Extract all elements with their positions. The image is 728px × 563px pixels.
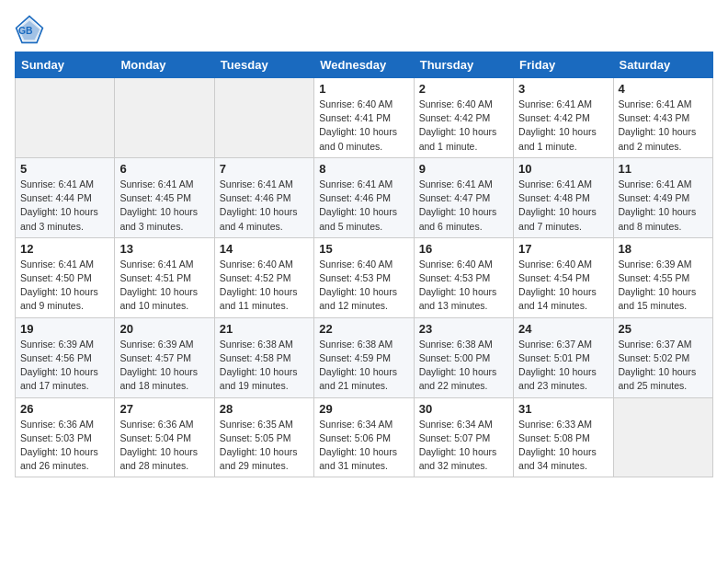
calendar-cell: 9Sunrise: 6:41 AMSunset: 4:47 PMDaylight… — [414, 157, 513, 237]
day-info: Sunrise: 6:38 AMSunset: 5:00 PMDaylight:… — [419, 338, 508, 394]
calendar-cell — [214, 78, 313, 158]
calendar-cell: 13Sunrise: 6:41 AMSunset: 4:51 PMDayligh… — [115, 237, 214, 317]
day-number: 22 — [319, 322, 408, 336]
day-info: Sunrise: 6:41 AMSunset: 4:47 PMDaylight:… — [419, 178, 508, 234]
day-info: Sunrise: 6:35 AMSunset: 5:05 PMDaylight:… — [220, 418, 309, 474]
day-info: Sunrise: 6:40 AMSunset: 4:53 PMDaylight:… — [419, 258, 508, 314]
day-number: 12 — [20, 242, 109, 256]
weekday-header-sunday: Sunday — [16, 52, 115, 78]
day-info: Sunrise: 6:40 AMSunset: 4:41 PMDaylight:… — [319, 98, 408, 154]
calendar-cell: 25Sunrise: 6:37 AMSunset: 5:02 PMDayligh… — [613, 317, 712, 397]
day-number: 1 — [319, 82, 408, 96]
day-number: 16 — [419, 242, 508, 256]
day-number: 2 — [419, 82, 508, 96]
weekday-header-thursday: Thursday — [414, 52, 513, 78]
calendar-cell: 26Sunrise: 6:36 AMSunset: 5:03 PMDayligh… — [16, 397, 115, 477]
calendar-cell: 17Sunrise: 6:40 AMSunset: 4:54 PMDayligh… — [514, 237, 613, 317]
day-info: Sunrise: 6:40 AMSunset: 4:52 PMDaylight:… — [220, 258, 309, 314]
calendar-week-row: 1Sunrise: 6:40 AMSunset: 4:41 PMDaylight… — [16, 78, 713, 158]
calendar-week-row: 19Sunrise: 6:39 AMSunset: 4:56 PMDayligh… — [16, 317, 713, 397]
calendar-cell: 2Sunrise: 6:40 AMSunset: 4:42 PMDaylight… — [414, 78, 513, 158]
day-info: Sunrise: 6:41 AMSunset: 4:48 PMDaylight:… — [518, 178, 608, 234]
calendar-cell: 28Sunrise: 6:35 AMSunset: 5:05 PMDayligh… — [214, 397, 313, 477]
calendar-cell: 14Sunrise: 6:40 AMSunset: 4:52 PMDayligh… — [214, 237, 313, 317]
calendar-cell: 24Sunrise: 6:37 AMSunset: 5:01 PMDayligh… — [514, 317, 613, 397]
calendar-cell: 15Sunrise: 6:40 AMSunset: 4:53 PMDayligh… — [314, 237, 414, 317]
day-info: Sunrise: 6:41 AMSunset: 4:45 PMDaylight:… — [119, 178, 209, 234]
day-number: 20 — [119, 322, 209, 336]
day-info: Sunrise: 6:34 AMSunset: 5:06 PMDaylight:… — [319, 418, 408, 474]
day-number: 6 — [119, 162, 209, 176]
day-number: 27 — [119, 402, 209, 416]
day-info: Sunrise: 6:40 AMSunset: 4:42 PMDaylight:… — [419, 98, 508, 154]
day-number: 30 — [419, 402, 508, 416]
day-number: 21 — [220, 322, 309, 336]
day-info: Sunrise: 6:38 AMSunset: 4:58 PMDaylight:… — [220, 338, 309, 394]
day-info: Sunrise: 6:41 AMSunset: 4:43 PMDaylight:… — [619, 98, 708, 154]
page-header: GB — [15, 15, 713, 44]
day-info: Sunrise: 6:36 AMSunset: 5:04 PMDaylight:… — [119, 418, 209, 474]
calendar-cell — [115, 78, 214, 158]
logo-icon: GB — [15, 15, 44, 44]
weekday-header-tuesday: Tuesday — [214, 52, 313, 78]
day-number: 8 — [319, 162, 408, 176]
day-info: Sunrise: 6:41 AMSunset: 4:49 PMDaylight:… — [619, 178, 708, 234]
day-number: 17 — [518, 242, 608, 256]
day-number: 28 — [220, 402, 309, 416]
calendar-cell: 7Sunrise: 6:41 AMSunset: 4:46 PMDaylight… — [214, 157, 313, 237]
calendar-week-row: 26Sunrise: 6:36 AMSunset: 5:03 PMDayligh… — [16, 397, 713, 477]
day-info: Sunrise: 6:39 AMSunset: 4:56 PMDaylight:… — [20, 338, 109, 394]
calendar-cell: 10Sunrise: 6:41 AMSunset: 4:48 PMDayligh… — [514, 157, 613, 237]
weekday-header-friday: Friday — [514, 52, 613, 78]
weekday-header-wednesday: Wednesday — [314, 52, 414, 78]
weekday-header-saturday: Saturday — [613, 52, 712, 78]
day-number: 14 — [220, 242, 309, 256]
calendar-cell: 6Sunrise: 6:41 AMSunset: 4:45 PMDaylight… — [115, 157, 214, 237]
day-number: 31 — [518, 402, 608, 416]
day-info: Sunrise: 6:40 AMSunset: 4:54 PMDaylight:… — [518, 258, 608, 314]
calendar-cell: 18Sunrise: 6:39 AMSunset: 4:55 PMDayligh… — [613, 237, 712, 317]
day-number: 15 — [319, 242, 408, 256]
calendar-table: SundayMondayTuesdayWednesdayThursdayFrid… — [15, 52, 713, 477]
day-info: Sunrise: 6:40 AMSunset: 4:53 PMDaylight:… — [319, 258, 408, 314]
calendar-cell: 5Sunrise: 6:41 AMSunset: 4:44 PMDaylight… — [16, 157, 115, 237]
calendar-cell — [613, 397, 712, 477]
calendar-cell: 21Sunrise: 6:38 AMSunset: 4:58 PMDayligh… — [214, 317, 313, 397]
day-number: 4 — [619, 82, 708, 96]
weekday-header-monday: Monday — [115, 52, 214, 78]
day-info: Sunrise: 6:36 AMSunset: 5:03 PMDaylight:… — [20, 418, 109, 474]
calendar-cell: 8Sunrise: 6:41 AMSunset: 4:46 PMDaylight… — [314, 157, 414, 237]
day-number: 11 — [619, 162, 708, 176]
day-info: Sunrise: 6:41 AMSunset: 4:44 PMDaylight:… — [20, 178, 109, 234]
day-number: 13 — [119, 242, 209, 256]
day-info: Sunrise: 6:41 AMSunset: 4:42 PMDaylight:… — [518, 98, 608, 154]
logo: GB — [15, 15, 48, 44]
calendar-cell: 27Sunrise: 6:36 AMSunset: 5:04 PMDayligh… — [115, 397, 214, 477]
calendar-cell: 4Sunrise: 6:41 AMSunset: 4:43 PMDaylight… — [613, 78, 712, 158]
day-number: 25 — [619, 322, 708, 336]
calendar-week-row: 5Sunrise: 6:41 AMSunset: 4:44 PMDaylight… — [16, 157, 713, 237]
calendar-cell: 16Sunrise: 6:40 AMSunset: 4:53 PMDayligh… — [414, 237, 513, 317]
calendar-cell: 1Sunrise: 6:40 AMSunset: 4:41 PMDaylight… — [314, 78, 414, 158]
day-number: 19 — [20, 322, 109, 336]
day-info: Sunrise: 6:41 AMSunset: 4:50 PMDaylight:… — [20, 258, 109, 314]
day-info: Sunrise: 6:39 AMSunset: 4:55 PMDaylight:… — [619, 258, 708, 314]
calendar-cell: 12Sunrise: 6:41 AMSunset: 4:50 PMDayligh… — [16, 237, 115, 317]
day-number: 23 — [419, 322, 508, 336]
day-number: 29 — [319, 402, 408, 416]
day-info: Sunrise: 6:41 AMSunset: 4:51 PMDaylight:… — [119, 258, 209, 314]
day-number: 10 — [518, 162, 608, 176]
calendar-week-row: 12Sunrise: 6:41 AMSunset: 4:50 PMDayligh… — [16, 237, 713, 317]
day-number: 9 — [419, 162, 508, 176]
calendar-cell: 23Sunrise: 6:38 AMSunset: 5:00 PMDayligh… — [414, 317, 513, 397]
calendar-cell: 22Sunrise: 6:38 AMSunset: 4:59 PMDayligh… — [314, 317, 414, 397]
svg-text:GB: GB — [18, 26, 33, 36]
day-number: 24 — [518, 322, 608, 336]
day-info: Sunrise: 6:39 AMSunset: 4:57 PMDaylight:… — [119, 338, 209, 394]
day-number: 7 — [220, 162, 309, 176]
calendar-cell: 30Sunrise: 6:34 AMSunset: 5:07 PMDayligh… — [414, 397, 513, 477]
day-number: 3 — [518, 82, 608, 96]
day-info: Sunrise: 6:41 AMSunset: 4:46 PMDaylight:… — [319, 178, 408, 234]
day-info: Sunrise: 6:37 AMSunset: 5:02 PMDaylight:… — [619, 338, 708, 394]
day-info: Sunrise: 6:33 AMSunset: 5:08 PMDaylight:… — [518, 418, 608, 474]
